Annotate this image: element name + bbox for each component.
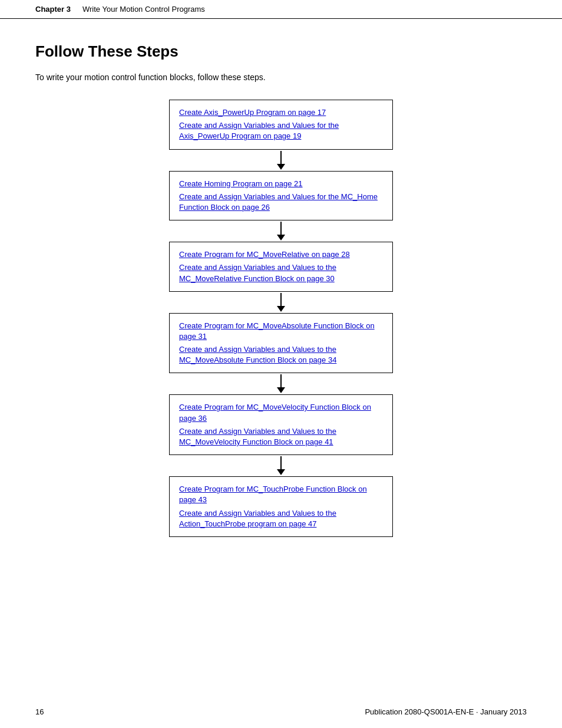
flow-link-item: Create Homing Program on page 21: [179, 179, 383, 189]
flow-link-moverelative[interactable]: Create Program for MC_MoveRelative on pa…: [179, 249, 383, 260]
page-header: Chapter 3 Write Your Motion Control Prog…: [0, 0, 562, 19]
arrow-line: [280, 222, 282, 235]
flow-link-axis-powerup[interactable]: Create Axis_PowerUp Program on page 17: [179, 107, 383, 118]
flow-link-item: Create and Assign Variables and Values t…: [179, 344, 383, 365]
flow-diagram: Create Axis_PowerUp Program on page 17 C…: [35, 100, 527, 537]
flow-link-item: Create Program for MC_MoveRelative on pa…: [179, 249, 383, 260]
page-container: Chapter 3 Write Your Motion Control Prog…: [0, 0, 562, 728]
flow-arrow-5: [277, 455, 285, 476]
flow-link-item: Create Program for MC_TouchProbe Functio…: [179, 484, 383, 505]
flow-link-moveabsolute[interactable]: Create Program for MC_MoveAbsolute Funct…: [179, 321, 383, 342]
flow-link-home-vars[interactable]: Create and Assign Variables and Values f…: [179, 192, 383, 213]
page-footer: 16 Publication 2080-QS001A-EN-E · Januar…: [35, 707, 527, 716]
arrow-head: [277, 469, 285, 475]
flow-box-2: Create Homing Program on page 21 Create …: [169, 171, 393, 221]
flow-box-3: Create Program for MC_MoveRelative on pa…: [169, 242, 393, 292]
flow-link-movevelocity[interactable]: Create Program for MC_MoveVelocity Funct…: [179, 402, 383, 423]
flow-link-item: Create and Assign Variables and Values t…: [179, 262, 383, 284]
flow-link-item: Create and Assign Variables and Values t…: [179, 508, 383, 529]
arrow-line: [280, 293, 282, 306]
arrow-head: [277, 164, 285, 170]
flow-box-4: Create Program for MC_MoveAbsolute Funct…: [169, 313, 393, 374]
main-content: Follow These Steps To write your motion …: [0, 19, 562, 572]
chapter-title: Write Your Motion Control Programs: [82, 5, 205, 14]
arrow-line: [280, 151, 282, 164]
flow-box-5: Create Program for MC_MoveVelocity Funct…: [169, 394, 393, 455]
flow-link-item: Create and Assign Variables and Values t…: [179, 426, 383, 447]
arrow-line: [280, 456, 282, 469]
flow-arrow-3: [277, 292, 285, 313]
flow-arrow-1: [277, 150, 285, 171]
intro-paragraph: To write your motion control function bl…: [35, 73, 527, 82]
flow-link-item: Create Program for MC_MoveVelocity Funct…: [179, 402, 383, 423]
flow-box-1: Create Axis_PowerUp Program on page 17 C…: [169, 100, 393, 150]
arrow-line: [280, 374, 282, 387]
chapter-label: Chapter 3: [35, 5, 71, 14]
flow-link-item: Create Axis_PowerUp Program on page 17: [179, 107, 383, 118]
flow-link-touchprobe-vars[interactable]: Create and Assign Variables and Values t…: [179, 508, 383, 529]
arrow-head: [277, 306, 285, 312]
flow-link-moveabsolute-vars[interactable]: Create and Assign Variables and Values t…: [179, 344, 383, 365]
flow-link-movevelocity-vars[interactable]: Create and Assign Variables and Values t…: [179, 426, 383, 447]
flow-link-moverelative-vars[interactable]: Create and Assign Variables and Values t…: [179, 262, 383, 284]
page-title: Follow These Steps: [35, 42, 527, 61]
flow-link-item: Create and Assign Variables and Values f…: [179, 192, 383, 213]
arrow-head: [277, 235, 285, 241]
flow-link-touchprobe[interactable]: Create Program for MC_TouchProbe Functio…: [179, 484, 383, 505]
page-number: 16: [35, 707, 44, 716]
flow-box-6: Create Program for MC_TouchProbe Functio…: [169, 476, 393, 537]
flow-arrow-2: [277, 220, 285, 242]
flow-link-homing[interactable]: Create Homing Program on page 21: [179, 179, 383, 189]
flow-link-item: Create Program for MC_MoveAbsolute Funct…: [179, 321, 383, 342]
flow-link-item: Create and Assign Variables and Values f…: [179, 120, 383, 141]
flow-link-axis-powerup-vars[interactable]: Create and Assign Variables and Values f…: [179, 120, 383, 141]
arrow-head: [277, 387, 285, 393]
publication-info: Publication 2080-QS001A-EN-E · January 2…: [365, 707, 527, 716]
flow-arrow-4: [277, 373, 285, 394]
